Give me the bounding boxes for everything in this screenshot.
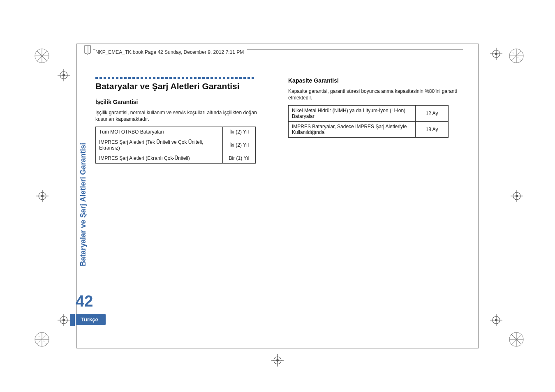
capacity-table: Nikel Metal Hidrür (NiMH) ya da Lityum-İ… — [288, 105, 449, 138]
running-head: NKP_EMEA_TK.book Page 42 Sunday, Decembe… — [95, 49, 247, 55]
cell-term: 12 Ay — [416, 106, 449, 122]
registration-mark — [509, 332, 524, 347]
crosshair-icon — [36, 190, 49, 202]
content-area: Bataryalar ve Şarj Aletleri Garantisi İş… — [95, 77, 465, 164]
table-row: Nikel Metal Hidrür (NiMH) ya da Lityum-İ… — [289, 106, 449, 122]
section-rule — [95, 77, 256, 79]
cell-term: Bir (1) Yıl — [223, 153, 256, 164]
book-icon — [84, 45, 92, 56]
right-column: Kapasite Garantisi Kapasite garantisi, g… — [288, 77, 465, 164]
table-row: IMPRES Bataryalar, Sadece IMPRES Şarj Al… — [289, 122, 449, 138]
page-number: 42 — [76, 293, 93, 310]
crosshair-icon — [490, 48, 502, 60]
crosshair-icon — [511, 190, 523, 202]
section-title: Bataryalar ve Şarj Aletleri Garantisi — [95, 81, 272, 91]
crosshair-icon — [58, 314, 70, 326]
subhead-capacity: Kapasite Garantisi — [288, 77, 465, 84]
body-capacity: Kapasite garantisi, garanti süresi boyun… — [288, 88, 465, 101]
table-row: Tüm MOTOTRBO Bataryalarıİki (2) Yıl — [96, 127, 256, 137]
table-row: IMPRES Şarj Aletleri (Tek Üniteli ve Çok… — [96, 137, 256, 153]
svg-point-27 — [495, 53, 497, 55]
cell-term: 18 Ay — [416, 122, 449, 138]
table-row: IMPRES Şarj Aletleri (Ekranlı Çok-Ünitel… — [96, 153, 256, 164]
subhead-workmanship: İşçilik Garantisi — [95, 99, 272, 105]
crosshair-icon — [271, 354, 284, 367]
svg-point-47 — [276, 359, 279, 362]
svg-point-35 — [516, 195, 518, 197]
language-tab: Türkçe — [76, 314, 106, 325]
svg-point-23 — [62, 74, 65, 76]
cell-term: İki (2) Yıl — [223, 137, 256, 153]
body-workmanship: İşçilik garantisi, normal kullanım ve se… — [95, 109, 272, 122]
registration-mark — [35, 332, 49, 347]
workmanship-table: Tüm MOTOTRBO Bataryalarıİki (2) Yıl IMPR… — [95, 127, 256, 164]
sidebar-label: Bataryalar ve Şarj Aletleri Garantisi — [79, 143, 88, 267]
registration-mark — [509, 48, 524, 63]
cell-term: İki (2) Yıl — [223, 127, 256, 137]
cell-item: Tüm MOTOTRBO Bataryaları — [96, 127, 223, 137]
language-tab-edge — [70, 314, 75, 326]
cell-item: IMPRES Şarj Aletleri (Ekranlı Çok-Ünitel… — [96, 153, 223, 164]
svg-point-39 — [62, 319, 65, 321]
crosshair-icon — [490, 314, 502, 326]
cell-item: IMPRES Bataryalar, Sadece IMPRES Şarj Al… — [289, 122, 416, 138]
svg-point-43 — [495, 319, 497, 321]
left-column: Bataryalar ve Şarj Aletleri Garantisi İş… — [95, 77, 272, 164]
crosshair-icon — [58, 69, 70, 81]
cell-item: Nikel Metal Hidrür (NiMH) ya da Lityum-İ… — [289, 106, 416, 122]
cell-item: IMPRES Şarj Aletleri (Tek Üniteli ve Çok… — [96, 137, 223, 153]
svg-point-31 — [41, 195, 44, 197]
registration-mark — [35, 48, 49, 63]
